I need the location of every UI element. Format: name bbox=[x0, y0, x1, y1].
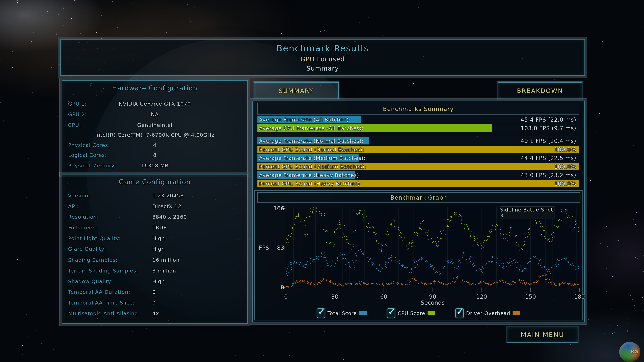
config-key: Shadow Quality: bbox=[68, 278, 113, 284]
hardware-configuration-panel: Hardware Configuration GPU 1:NVIDIA GeFo… bbox=[62, 80, 248, 175]
legend-color-swatch bbox=[428, 311, 435, 316]
summary-row: Percent GPU Bound (Normal Batches):100.0… bbox=[258, 146, 578, 153]
config-row: Temporal AA Duration:0 bbox=[62, 289, 247, 296]
legend-color-swatch bbox=[359, 311, 367, 316]
config-value: DirectX 12 bbox=[152, 203, 181, 209]
summary-row-value: 100.0% bbox=[554, 180, 576, 187]
summary-row-value: 43.0 FPS (23.2 ms) bbox=[521, 172, 576, 178]
legend-checkbox[interactable]: ✓ bbox=[387, 308, 395, 318]
game-configuration-panel: Game Configuration Version:1.23.20458API… bbox=[62, 174, 248, 324]
x-axis-tick-label: 0 bbox=[284, 293, 288, 300]
main-menu-label: MAIN MENU bbox=[507, 331, 578, 338]
config-row: Version:1.23.20458 bbox=[62, 193, 247, 200]
legend-label: CPU Score bbox=[398, 310, 425, 316]
config-key: Point Light Quality: bbox=[68, 235, 120, 241]
summary-row-label: Average Framerate (All Batches): bbox=[259, 117, 351, 123]
summary-row: Average Framerate (Heavy Batches):43.0 F… bbox=[258, 171, 578, 179]
checkmark-icon: ✓ bbox=[388, 306, 396, 317]
config-key: Shading Samples: bbox=[68, 257, 118, 263]
summary-row: Average Framerate (Medium Batches):44.4 … bbox=[258, 154, 578, 162]
benchmarks-summary-header: Benchmarks Summary bbox=[258, 103, 579, 115]
config-value: High bbox=[152, 235, 165, 241]
config-row: Shadow Quality:High bbox=[62, 278, 247, 286]
config-value: GenuineIntel bbox=[62, 122, 247, 128]
config-value: NVIDIA GeForce GTX 1070 bbox=[62, 101, 247, 107]
kitguru-logo-text: KG bbox=[631, 349, 638, 354]
summary-row-value: 45.4 FPS (22.0 ms) bbox=[521, 116, 576, 123]
config-row: Terrain Shading Samples:8 million bbox=[62, 268, 247, 275]
config-value: NA bbox=[62, 111, 247, 117]
config-row: Physical Cores:4 bbox=[62, 142, 247, 149]
config-value: TRUE bbox=[152, 225, 167, 231]
benchmarks-summary-title: Benchmarks Summary bbox=[258, 106, 579, 112]
config-row: Shading Samples:16 million bbox=[62, 257, 247, 264]
legend-item-driver-overhead: ✓Driver Overhead bbox=[455, 308, 520, 318]
config-row: CPU:GenuineIntel bbox=[62, 122, 247, 129]
game-configuration-title: Game Configuration bbox=[62, 178, 247, 186]
kitguru-logo: KG bbox=[619, 342, 640, 362]
summary-row-label: Percent GPU Bound (Normal Batches): bbox=[259, 146, 364, 152]
config-key: Multisample Anti-Aliasing: bbox=[68, 310, 140, 317]
checkmark-icon: ✓ bbox=[318, 306, 325, 317]
benchmark-type-label: GPU Focused bbox=[61, 56, 584, 63]
y-tick-mark-0 bbox=[282, 287, 286, 288]
tab-breakdown-label: BREAKDOWN bbox=[498, 87, 582, 94]
config-row: Point Light Quality:High bbox=[62, 235, 247, 243]
x-axis-tick-label: 150 bbox=[525, 293, 536, 300]
summary-row: Average CPU Framerate (All Batches):103.… bbox=[258, 124, 578, 132]
tab-breakdown[interactable]: BREAKDOWN bbox=[498, 82, 582, 99]
benchmark-graph-title: Benchmark Graph bbox=[258, 194, 580, 201]
summary-row-value: 44.4 FPS (22.5 ms) bbox=[521, 155, 576, 161]
legend-checkbox[interactable]: ✓ bbox=[317, 308, 325, 318]
config-row: API:DirectX 12 bbox=[62, 203, 247, 211]
summary-row-label: Percent GPU Bound (Heavy Batches): bbox=[259, 181, 362, 187]
x-axis-tick-label: 30 bbox=[331, 293, 338, 300]
summary-row-label: Average Framerate (Heavy Batches): bbox=[259, 172, 361, 178]
config-key: API: bbox=[68, 203, 79, 209]
config-key: Resolution: bbox=[68, 214, 99, 220]
config-value: 16308 MB bbox=[62, 163, 247, 169]
hardware-configuration-title: Hardware Configuration bbox=[62, 84, 247, 92]
tab-summary[interactable]: SUMMARY bbox=[254, 82, 338, 99]
results-panel: Benchmarks Summary Average Framerate (Al… bbox=[252, 100, 585, 323]
config-row: Resolution:3840 x 2160 bbox=[62, 214, 247, 221]
y-axis-tick-166: 166 bbox=[264, 205, 284, 212]
summary-row: Percent GPU Bound (Medium Batches):100.0… bbox=[258, 163, 578, 170]
summary-group-separator bbox=[258, 136, 578, 136]
tab-summary-label: SUMMARY bbox=[254, 87, 338, 94]
x-axis-tick-label: 60 bbox=[380, 293, 388, 300]
summary-row-label: Average Framerate (Normal Batches): bbox=[259, 138, 364, 144]
main-menu-button[interactable]: MAIN MENU bbox=[507, 327, 578, 343]
config-value: High bbox=[152, 246, 165, 252]
graph-legend: ✓Total Score✓CPU Score✓Driver Overhead bbox=[254, 308, 582, 318]
config-value: 16 million bbox=[152, 257, 180, 263]
benchmark-scatter-plot bbox=[286, 207, 580, 288]
legend-checkbox[interactable]: ✓ bbox=[455, 308, 464, 318]
config-key: Glare Quality: bbox=[68, 246, 106, 252]
config-row: Temporal AA Time Slice:0 bbox=[62, 300, 247, 307]
x-axis-label: Seconds bbox=[421, 299, 445, 306]
summary-row-value: 103.0 FPS (9.7 ms) bbox=[521, 125, 576, 132]
config-value: 0 bbox=[152, 289, 156, 295]
config-row: Glare Quality:High bbox=[62, 246, 247, 253]
summary-row: Average Framerate (All Batches):45.4 FPS… bbox=[258, 116, 578, 123]
x-tick-mark bbox=[530, 288, 531, 292]
config-row: Logical Cores:8 bbox=[62, 152, 247, 159]
config-value: 8 million bbox=[152, 268, 176, 274]
config-key: Version: bbox=[68, 193, 90, 199]
summary-row-value: 100.0% bbox=[554, 146, 576, 153]
config-value: 0 bbox=[152, 300, 156, 306]
config-row: Intel(R) Core(TM) i7-6700K CPU @ 4.00GHz bbox=[62, 132, 247, 139]
shot-tooltip-text: Sideline Battle Shot 3 bbox=[500, 207, 554, 219]
x-tick-mark bbox=[432, 288, 433, 292]
benchmark-graph-header: Benchmark Graph bbox=[257, 192, 580, 203]
legend-color-swatch bbox=[512, 311, 520, 316]
config-value: 8 bbox=[62, 152, 247, 158]
legend-item-total-score: ✓Total Score bbox=[317, 308, 367, 318]
config-row: GPU 1:NVIDIA GeForce GTX 1070 bbox=[62, 101, 247, 108]
config-key: Temporal AA Time Slice: bbox=[68, 300, 135, 306]
checkmark-icon: ✓ bbox=[456, 306, 464, 317]
x-tick-mark bbox=[335, 288, 335, 292]
x-tick-mark bbox=[384, 288, 384, 292]
config-row: Fullscreen:TRUE bbox=[62, 225, 247, 232]
